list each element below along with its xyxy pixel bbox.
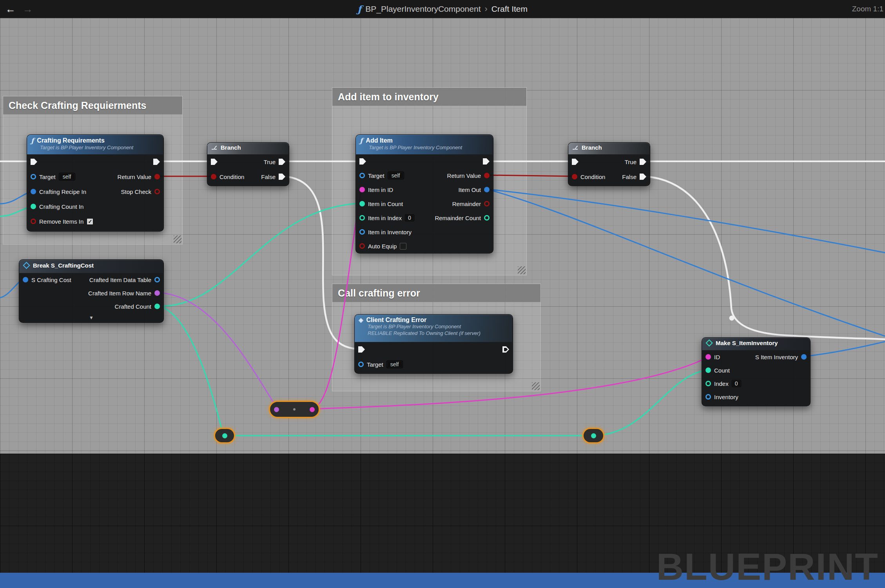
node-header[interactable]: Break S_CraftingCost bbox=[19, 260, 163, 273]
remove-items-checkbox[interactable]: ✓ bbox=[87, 218, 93, 225]
exec-out-pin[interactable] bbox=[483, 158, 490, 165]
crafted-count-pin[interactable] bbox=[154, 304, 160, 309]
node-header[interactable]: ◈Client Crafting Error Target is BP Play… bbox=[355, 315, 513, 342]
collapse-arrow[interactable]: ▼ bbox=[19, 313, 163, 322]
node-branch-left[interactable]: Branch Condition True False bbox=[207, 142, 289, 186]
stop-check-pin[interactable] bbox=[154, 189, 160, 194]
self-value[interactable]: self bbox=[388, 172, 404, 179]
pin-label: True bbox=[625, 159, 637, 165]
comment-title[interactable]: Check Crafting Requierments bbox=[3, 96, 182, 114]
condition-pin[interactable] bbox=[572, 174, 577, 179]
remove-items-in-pin[interactable] bbox=[31, 219, 36, 224]
false-exec-pin[interactable] bbox=[640, 174, 646, 180]
node-header[interactable]: ƒAdd Item Target is BP Player Inventory … bbox=[356, 135, 493, 154]
item-in-inventory-pin[interactable] bbox=[359, 229, 365, 235]
node-header[interactable]: ƒCrafting Requirements Target is BP Play… bbox=[27, 135, 163, 154]
pin-label: ID bbox=[714, 354, 720, 360]
exec-in-pin[interactable] bbox=[211, 159, 218, 165]
breadcrumb-function[interactable]: Craft Item bbox=[491, 4, 528, 14]
node-title: Add Item bbox=[366, 137, 392, 144]
pin-label: Return Value bbox=[447, 172, 481, 179]
count-pin[interactable] bbox=[705, 367, 711, 373]
pin-label: Crafting Count In bbox=[39, 203, 83, 210]
event-icon: ◈ bbox=[359, 317, 363, 324]
breadcrumb-component[interactable]: BP_PlayerInventoryComponent bbox=[365, 4, 481, 14]
crafted-item-data-table-pin[interactable] bbox=[154, 277, 160, 282]
exec-in-pin[interactable] bbox=[31, 159, 37, 165]
make-struct-icon bbox=[705, 339, 713, 346]
pin-label: Remainder bbox=[452, 201, 481, 207]
true-exec-pin[interactable] bbox=[640, 159, 646, 165]
item-in-count-pin[interactable] bbox=[359, 201, 365, 206]
pin-label: Crafted Item Data Table bbox=[89, 277, 151, 283]
node-title: Break S_CraftingCost bbox=[33, 262, 94, 269]
branch-icon bbox=[211, 145, 218, 150]
pin-label: Return Value bbox=[118, 174, 151, 180]
node-title: Make S_ItemInventory bbox=[716, 340, 778, 346]
return-value-pin[interactable] bbox=[154, 174, 160, 179]
comment-title[interactable]: Call crafting error bbox=[332, 284, 540, 302]
node-title: Branch bbox=[582, 144, 602, 151]
blueprint-editor: BLUEPRINT Check Crafting Requierments Ad… bbox=[0, 0, 885, 588]
condition-pin[interactable] bbox=[211, 174, 216, 179]
reroute-node-count-left[interactable] bbox=[214, 428, 235, 443]
return-value-pin[interactable] bbox=[484, 173, 490, 178]
false-exec-pin[interactable] bbox=[279, 174, 285, 180]
node-make-item-inventory[interactable]: Make S_ItemInventory ID Count Index0 Inv… bbox=[702, 337, 811, 406]
exec-out-pin[interactable] bbox=[502, 346, 509, 353]
id-pin[interactable] bbox=[705, 354, 711, 360]
item-out-pin[interactable] bbox=[484, 187, 490, 192]
node-crafting-requirements[interactable]: ƒCrafting Requirements Target is BP Play… bbox=[27, 134, 164, 232]
reroute-pin-teal[interactable] bbox=[591, 433, 596, 438]
node-header[interactable]: Branch bbox=[207, 143, 289, 154]
auto-equip-checkbox[interactable] bbox=[400, 243, 406, 250]
target-pin[interactable] bbox=[358, 362, 364, 367]
node-break-crafting-cost[interactable]: Break S_CraftingCost S Crafting Cost Cra… bbox=[19, 259, 164, 323]
remainder-pin[interactable] bbox=[484, 201, 490, 206]
target-pin[interactable] bbox=[31, 174, 36, 179]
self-value[interactable]: self bbox=[59, 173, 75, 181]
blueprint-watermark: BLUEPRINT bbox=[656, 545, 879, 588]
exec-in-pin[interactable] bbox=[359, 158, 366, 165]
exec-in-pin[interactable] bbox=[358, 346, 365, 353]
node-title: Branch bbox=[221, 144, 241, 151]
exec-out-pin[interactable] bbox=[153, 159, 160, 165]
crafting-recipe-in-pin[interactable] bbox=[31, 189, 36, 194]
inventory-pin[interactable] bbox=[705, 394, 711, 400]
breadcrumb: ƒ BP_PlayerInventoryComponent › Craft It… bbox=[0, 0, 885, 18]
item-in-id-pin[interactable] bbox=[359, 187, 365, 192]
index-input[interactable]: 0 bbox=[732, 380, 741, 387]
comment-title[interactable]: Add item to inventory bbox=[332, 88, 526, 106]
item-in-index-pin[interactable] bbox=[359, 215, 365, 221]
reroute-pin-teal[interactable] bbox=[222, 433, 227, 438]
self-value[interactable]: self bbox=[386, 360, 403, 368]
s-crafting-cost-pin[interactable] bbox=[23, 277, 28, 282]
pin-label: Inventory bbox=[714, 394, 738, 400]
remainder-count-pin[interactable] bbox=[484, 215, 490, 221]
pin-label: Auto Equip bbox=[368, 243, 397, 250]
reroute-node-name[interactable] bbox=[269, 401, 320, 418]
s-item-inventory-pin[interactable] bbox=[801, 354, 807, 360]
exec-in-pin[interactable] bbox=[572, 159, 579, 165]
title-bar: ← → ƒ BP_PlayerInventoryComponent › Craf… bbox=[0, 0, 885, 18]
node-subtitle: Target is BP Player Inventory Component bbox=[40, 145, 160, 151]
reroute-mini-dot bbox=[293, 408, 296, 411]
auto-equip-pin[interactable] bbox=[359, 243, 365, 249]
reroute-pin-magenta[interactable] bbox=[310, 407, 315, 412]
reroute-pin-purple[interactable] bbox=[274, 407, 279, 412]
crafting-count-in-pin[interactable] bbox=[31, 204, 36, 209]
node-header[interactable]: Make S_ItemInventory bbox=[702, 338, 810, 350]
node-branch-right[interactable]: Branch Condition True False bbox=[568, 142, 650, 186]
crafted-item-row-name-pin[interactable] bbox=[154, 290, 160, 296]
node-add-item[interactable]: ƒAdd Item Target is BP Player Inventory … bbox=[355, 134, 493, 253]
pin-label: Item in Index bbox=[368, 215, 402, 221]
node-header[interactable]: Branch bbox=[568, 143, 650, 154]
true-exec-pin[interactable] bbox=[279, 159, 285, 165]
node-client-crafting-error[interactable]: ◈Client Crafting Error Target is BP Play… bbox=[354, 314, 513, 374]
target-pin[interactable] bbox=[359, 173, 365, 178]
index-input[interactable]: 0 bbox=[405, 214, 414, 221]
pin-label: Crafted Count bbox=[115, 303, 151, 310]
index-pin[interactable] bbox=[705, 381, 711, 386]
reroute-node-count-right[interactable] bbox=[582, 428, 604, 443]
pin-label: Target bbox=[368, 172, 384, 179]
